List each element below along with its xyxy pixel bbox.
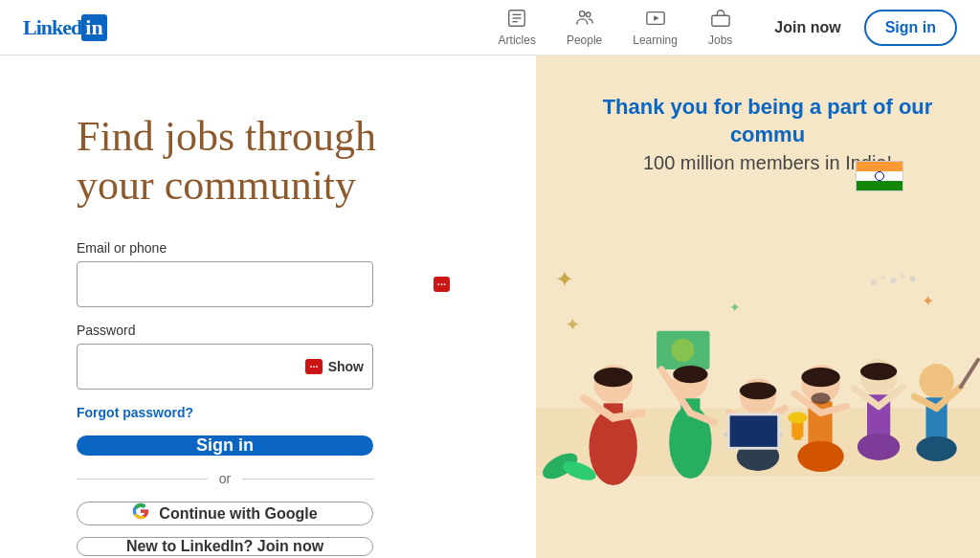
jobs-icon bbox=[710, 8, 731, 32]
divider-line-right bbox=[242, 479, 373, 480]
email-form-group: Email or phone ··· bbox=[77, 240, 459, 307]
svg-text:✦: ✦ bbox=[729, 300, 741, 315]
email-label: Email or phone bbox=[77, 240, 459, 256]
svg-rect-52 bbox=[730, 415, 777, 446]
svg-point-45 bbox=[916, 436, 956, 461]
email-input[interactable] bbox=[77, 261, 373, 307]
svg-point-60 bbox=[881, 276, 885, 279]
left-panel: Find jobs through your community Email o… bbox=[0, 56, 536, 558]
google-button[interactable]: Continue with Google bbox=[77, 502, 373, 525]
svg-line-48 bbox=[961, 360, 978, 387]
logo-text: Linked bbox=[23, 15, 81, 40]
articles-label: Articles bbox=[499, 33, 536, 47]
svg-rect-55 bbox=[793, 435, 801, 440]
google-icon bbox=[132, 502, 149, 525]
nav-people[interactable]: People bbox=[555, 4, 613, 51]
email-input-wrapper: ··· bbox=[77, 261, 459, 307]
join-now-button[interactable]: Join now bbox=[759, 11, 856, 44]
email-icon: ··· bbox=[434, 277, 450, 292]
header-actions: Join now Sign in bbox=[759, 10, 957, 46]
sign-in-main-button[interactable]: Sign in bbox=[77, 435, 373, 456]
svg-point-59 bbox=[871, 279, 877, 285]
svg-point-23 bbox=[673, 366, 707, 383]
password-input-wrapper: ··· Show bbox=[77, 344, 373, 390]
svg-line-14 bbox=[613, 413, 642, 417]
svg-point-32 bbox=[797, 441, 843, 472]
svg-text:✦: ✦ bbox=[565, 314, 581, 335]
divider-line-left bbox=[77, 479, 208, 480]
svg-marker-7 bbox=[654, 15, 659, 21]
nav-articles[interactable]: Articles bbox=[487, 4, 547, 51]
svg-point-54 bbox=[788, 412, 807, 423]
svg-point-61 bbox=[890, 278, 896, 283]
learning-label: Learning bbox=[633, 33, 678, 47]
articles-icon bbox=[506, 8, 527, 32]
people-label: People bbox=[567, 33, 602, 47]
svg-point-39 bbox=[858, 434, 900, 460]
divider: or bbox=[77, 471, 373, 486]
linkedin-logo[interactable]: Linkedin bbox=[23, 14, 107, 41]
password-dots-icon: ··· bbox=[305, 359, 322, 374]
svg-point-20 bbox=[671, 339, 694, 362]
divider-text: or bbox=[208, 471, 242, 486]
main-content: Find jobs through your community Email o… bbox=[0, 56, 980, 558]
svg-point-4 bbox=[579, 11, 585, 17]
show-label: Show bbox=[328, 359, 364, 374]
right-panel: Thank you for being a part of our commu … bbox=[536, 56, 980, 558]
logo-in: in bbox=[81, 14, 106, 41]
nav-jobs[interactable]: Jobs bbox=[697, 4, 744, 51]
password-label: Password bbox=[77, 323, 459, 338]
password-form-group: Password ··· Show bbox=[77, 323, 459, 390]
google-label: Continue with Google bbox=[159, 505, 317, 523]
header: Linkedin Articles People Learning Jobs bbox=[0, 0, 980, 56]
nav-bar: Articles People Learning Jobs bbox=[487, 4, 745, 51]
learning-icon bbox=[645, 8, 666, 32]
svg-point-5 bbox=[586, 12, 590, 17]
svg-point-63 bbox=[909, 276, 915, 281]
svg-text:✦: ✦ bbox=[922, 293, 934, 310]
sign-in-header-button[interactable]: Sign in bbox=[864, 10, 957, 46]
svg-rect-8 bbox=[711, 15, 728, 26]
crowd-illustration: ✦ ✦ ✦ bbox=[536, 56, 980, 558]
svg-point-29 bbox=[740, 382, 776, 399]
forgot-password-link[interactable]: Forgot password? bbox=[77, 405, 459, 420]
nav-learning[interactable]: Learning bbox=[621, 4, 689, 51]
show-password-button[interactable]: ··· Show bbox=[305, 359, 364, 374]
svg-point-35 bbox=[811, 392, 830, 404]
people-icon bbox=[574, 8, 595, 32]
svg-point-62 bbox=[901, 274, 904, 278]
svg-point-42 bbox=[860, 363, 897, 380]
svg-point-36 bbox=[801, 368, 839, 387]
jobs-label: Jobs bbox=[708, 33, 732, 47]
headline: Find jobs through your community bbox=[77, 113, 459, 210]
join-linkedin-button[interactable]: New to LinkedIn? Join now bbox=[77, 537, 373, 556]
svg-point-15 bbox=[594, 368, 633, 387]
